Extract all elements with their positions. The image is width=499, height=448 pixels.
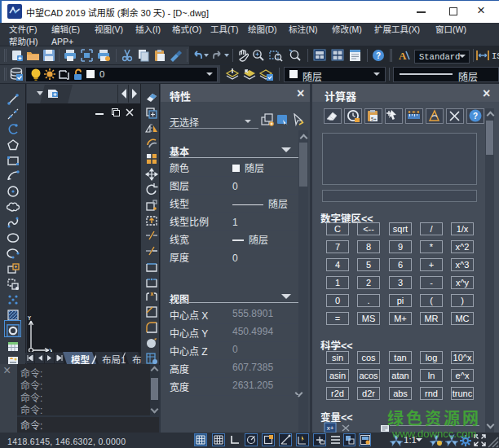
svg-text:Y: Y (27, 316, 32, 322)
svg-text:x+: x+ (327, 424, 334, 432)
svg-text:5+: 5+ (371, 116, 377, 121)
svg-text:?: ? (376, 51, 381, 60)
svg-text:?: ? (473, 112, 478, 121)
